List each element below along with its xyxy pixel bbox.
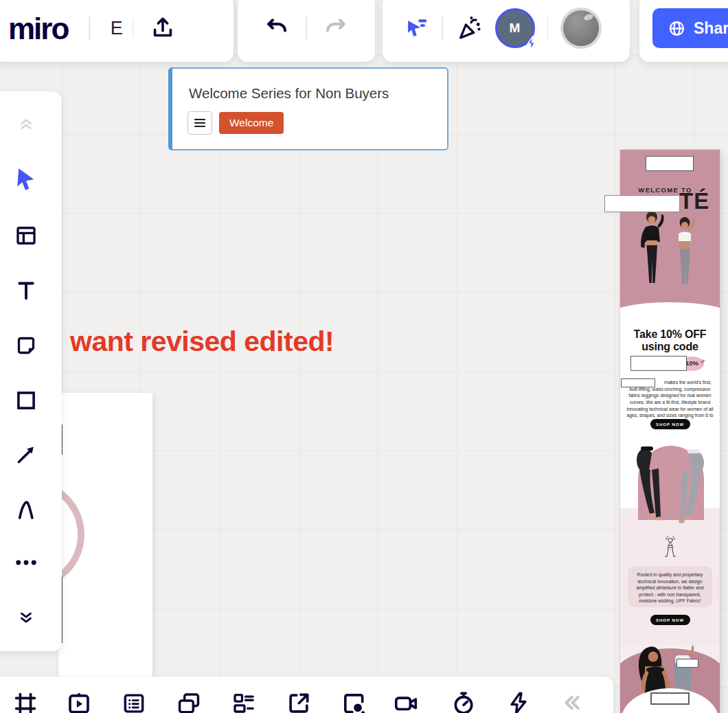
open-external-icon [286,690,312,713]
divider [133,19,134,38]
present-button[interactable] [66,690,92,713]
notes-button[interactable] [121,690,147,713]
templates-tool[interactable] [14,223,38,248]
layout-grid-icon [231,690,257,713]
export-board-button[interactable] [150,15,176,41]
party-popper-icon [455,14,483,42]
align-left-button[interactable] [187,111,212,135]
shape-tool[interactable] [14,388,38,413]
notes-list-icon [121,690,147,713]
leggings-illustration [630,445,712,534]
presentation-play-icon [66,690,92,713]
redaction-box-brandname [621,378,655,387]
timer-button[interactable] [451,690,477,713]
chevrons-up-icon [16,116,36,134]
select-cursor-icon [12,166,40,193]
cards-icon [176,690,202,713]
cursor-box-icon [341,690,367,713]
sketch-figure-icon [661,536,679,561]
sticky-note-tool[interactable] [14,333,38,358]
board-name[interactable]: E [111,18,123,39]
canvas-sheet-partial[interactable] [58,393,152,677]
redaction-box-small [676,659,698,668]
divider [89,16,90,40]
undo-button[interactable] [264,16,289,41]
redo-icon [323,16,348,41]
bolt-badge-icon [524,35,539,52]
welcome-tag[interactable]: Welcome [219,112,284,134]
square-icon [14,388,38,413]
chevrons-left-icon [559,690,584,713]
avatar-initial: M [510,21,521,36]
sticky-note-icon [14,333,38,358]
tool-panel [0,91,62,651]
shop-now-button-2[interactable]: SHOP NOW [650,615,690,625]
shop-now-button[interactable]: SHOP NOW [650,419,690,429]
collapse-toolbar-button[interactable] [559,690,584,713]
cards-button[interactable] [176,690,202,713]
topbar-collab-card: M [383,0,630,62]
select-tool[interactable] [12,166,40,193]
pen-icon [14,497,38,522]
frames-tool-button[interactable] [12,690,38,713]
redaction-box-brand-headline [604,195,680,212]
arrow-icon [14,442,38,467]
scroll-tools-up-button[interactable] [16,116,36,134]
email-quality-blurb: Rooted in quality and propeitary technic… [628,566,712,607]
follow-cursor-icon [403,15,429,41]
recording-button[interactable] [341,690,367,713]
undo-icon [264,16,289,41]
email-offer-section: Take 10% OFFusing code 10% ✂ makes the w… [620,323,720,440]
pen-tool[interactable] [14,497,38,522]
redo-button[interactable] [323,16,348,41]
frame-layout-icon [14,223,38,248]
export-view-button[interactable] [286,690,312,713]
share-button[interactable]: Share [652,8,728,48]
canvas-annotation-text[interactable]: want revised edited! [70,326,334,358]
video-camera-icon [393,690,419,713]
ellipsis-icon [14,556,38,569]
email-hero-section: WELCOME TO TÉ [620,150,720,323]
video-button[interactable] [393,690,419,713]
follow-cursor-button[interactable] [403,15,429,41]
miro-logo[interactable]: miro [8,12,68,44]
topbar-share-card: Share [639,0,728,62]
lightning-icon [505,690,532,713]
collaborator-avatar[interactable]: M [495,8,535,48]
frames-icon [12,690,38,713]
email-bottom-section [620,646,720,713]
more-tools-button[interactable] [14,556,38,569]
share-label: Share [694,19,728,38]
divider [442,16,443,40]
topbar-main-card: miro E [0,0,234,62]
layout-button[interactable] [231,690,257,713]
discount-code-visible: 10% [685,359,698,367]
scroll-tools-down-button[interactable] [16,608,36,626]
upload-icon [150,15,176,41]
timer-icon [451,690,477,713]
user-avatar-photo[interactable] [560,8,602,49]
frame-card-accent [168,67,172,150]
redaction-box-code [630,356,687,371]
sheet-ring-graphic [58,479,84,589]
globe-icon [668,19,686,38]
text-icon [14,278,38,303]
text-tool[interactable] [14,278,38,303]
connector-tool[interactable] [14,442,38,467]
email-design-mockup[interactable]: WELCOME TO TÉ [620,150,720,713]
redaction-box-logo [646,156,694,171]
chevrons-down-icon [16,608,36,626]
redaction-box-footer [650,692,690,705]
email-leggings-section: Rooted in quality and propeitary technic… [620,440,720,646]
frame-title-card[interactable]: Welcome Series for Non Buyers Welcome [168,67,448,150]
reactions-button[interactable] [455,14,483,42]
frame-title: Welcome Series for Non Buyers [189,85,389,102]
align-left-icon [194,117,206,128]
divider [547,16,549,40]
topbar-history-card [238,0,375,62]
divider [306,16,307,40]
offer-title: Take 10% OFFusing code [620,323,720,353]
hero-curve [620,302,720,323]
bottom-toolbar [0,677,613,713]
quick-actions-button[interactable] [505,690,532,713]
